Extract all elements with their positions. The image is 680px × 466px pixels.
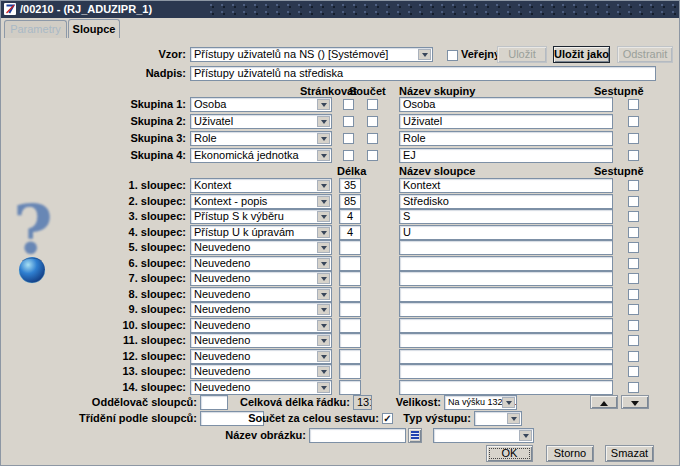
column-select[interactable]: Přístup U k úpravám [190,225,332,240]
group-paginate-checkbox[interactable] [343,99,354,110]
column-select[interactable]: Neuvedeno [190,287,332,302]
column-select[interactable]: Neuvedeno [190,256,332,271]
column-select[interactable]: Kontext - popis [190,194,332,209]
tab-sloupce[interactable]: Sloupce [68,19,120,38]
column-length-input[interactable] [339,380,361,395]
save-button[interactable]: Uložit [497,46,547,63]
column-name-input[interactable]: U [399,225,613,240]
column-desc-checkbox[interactable] [628,211,639,222]
group-paginate-checkbox[interactable] [343,116,354,127]
dropdown-arrow-icon[interactable] [317,382,330,393]
cancel-button[interactable]: Storno [546,445,594,462]
column-select[interactable]: Neuvedeno [190,302,332,317]
dropdown-arrow-icon[interactable] [317,320,330,331]
column-name-input[interactable]: Kontext [399,178,613,193]
column-desc-checkbox[interactable] [628,304,639,315]
column-name-input[interactable] [399,240,613,255]
sum-total-checkbox[interactable]: ✓ [382,413,393,424]
column-name-input[interactable] [399,364,613,379]
column-length-input[interactable] [339,240,361,255]
group-sum-checkbox[interactable] [367,150,378,161]
column-select[interactable]: Neuvedeno [190,271,332,286]
column-name-input[interactable] [399,256,613,271]
column-desc-checkbox[interactable] [628,180,639,191]
dropdown-arrow-icon[interactable] [519,430,532,441]
column-select[interactable]: Neuvedeno [190,364,332,379]
column-desc-checkbox[interactable] [628,366,639,377]
column-name-input[interactable]: S [399,209,613,224]
column-desc-checkbox[interactable] [628,227,639,238]
group-desc-checkbox[interactable] [628,116,639,127]
group-select[interactable]: Uživatel [190,114,332,129]
column-select[interactable]: Přístup S k výběru [190,209,332,224]
group-name-input[interactable]: EJ [399,148,613,163]
dropdown-arrow-icon[interactable] [317,150,330,161]
group-select[interactable]: Osoba [190,97,332,112]
column-length-input[interactable] [339,256,361,271]
dropdown-arrow-icon[interactable] [317,99,330,110]
column-name-input[interactable] [399,302,613,317]
group-name-input[interactable]: Osoba [399,97,613,112]
tab-parametry[interactable]: Parametry [4,20,67,38]
column-name-input[interactable] [399,287,613,302]
group-name-input[interactable]: Uživatel [399,114,613,129]
dropdown-arrow-icon[interactable] [317,366,330,377]
column-select[interactable]: Neuvedeno [190,333,332,348]
dropdown-arrow-icon[interactable] [317,180,330,191]
save-as-button[interactable]: Uložit jako [553,46,610,63]
move-down-button[interactable] [621,395,649,409]
column-desc-checkbox[interactable] [628,335,639,346]
dropdown-arrow-icon[interactable] [418,49,431,60]
column-length-input[interactable]: 4 [339,209,361,224]
group-sum-checkbox[interactable] [367,133,378,144]
dropdown-arrow-icon[interactable] [317,116,330,127]
column-desc-checkbox[interactable] [628,273,639,284]
size-select[interactable]: Na výšku 132 zn. [444,395,517,410]
group-sum-checkbox[interactable] [367,99,378,110]
image-name-input[interactable] [309,428,406,443]
column-select[interactable]: Kontext [190,178,332,193]
column-name-input[interactable]: Středisko [399,194,613,209]
dropdown-arrow-icon[interactable] [317,133,330,144]
column-desc-checkbox[interactable] [628,289,639,300]
group-select[interactable]: Role [190,131,332,146]
column-desc-checkbox[interactable] [628,242,639,253]
nadpis-input[interactable]: Přístupy uživatelů na střediska [190,66,656,81]
column-select[interactable]: Neuvedeno [190,318,332,333]
column-desc-checkbox[interactable] [628,351,639,362]
column-name-input[interactable] [399,271,613,286]
group-desc-checkbox[interactable] [628,133,639,144]
dropdown-arrow-icon[interactable] [317,242,330,253]
move-up-button[interactable] [590,395,618,409]
column-select[interactable]: Neuvedeno [190,380,332,395]
dropdown-arrow-icon[interactable] [317,304,330,315]
dropdown-arrow-icon[interactable] [317,351,330,362]
dropdown-arrow-icon[interactable] [317,273,330,284]
dropdown-arrow-icon[interactable] [317,211,330,222]
column-length-input[interactable] [339,271,361,286]
group-select[interactable]: Ekonomická jednotka [190,148,332,163]
group-desc-checkbox[interactable] [628,150,639,161]
dropdown-arrow-icon[interactable] [317,335,330,346]
dropdown-arrow-icon[interactable] [507,413,520,424]
column-name-input[interactable] [399,380,613,395]
image-list-button[interactable] [408,428,422,443]
dropdown-arrow-icon[interactable] [317,196,330,207]
column-name-input[interactable] [399,349,613,364]
dropdown-arrow-icon[interactable] [317,289,330,300]
dropdown-arrow-icon[interactable] [317,227,330,238]
column-length-input[interactable] [339,287,361,302]
dropdown-arrow-icon[interactable] [502,397,515,408]
column-length-input[interactable] [339,333,361,348]
column-length-input[interactable]: 35 [339,178,361,193]
delete-button[interactable]: Odstranit [617,46,673,63]
column-length-input[interactable] [339,349,361,364]
vzor-select[interactable]: Přístupy uživatelů na NS () [Systémové] [190,47,433,62]
group-sum-checkbox[interactable] [367,116,378,127]
column-length-input[interactable] [339,302,361,317]
ok-button[interactable]: OK [486,445,533,462]
dropdown-arrow-icon[interactable] [317,258,330,269]
column-select[interactable]: Neuvedeno [190,240,332,255]
column-desc-checkbox[interactable] [628,196,639,207]
output-type-select[interactable] [474,411,522,426]
